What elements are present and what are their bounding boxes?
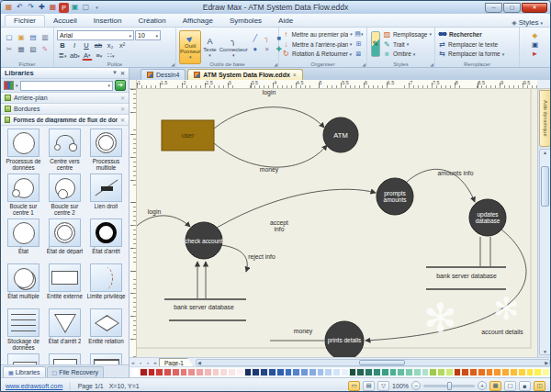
library-shape[interactable]: État de départ	[44, 218, 85, 263]
replace-text-button[interactable]: ⇄ Remplacer le texte	[438, 39, 516, 50]
pdf-export-icon[interactable]: P	[59, 3, 69, 13]
horizontal-scrollbar[interactable]: ◀ ▶	[196, 359, 550, 366]
quick-style-icon[interactable]: ✎	[371, 31, 380, 57]
zoom-out-button[interactable]: −	[411, 381, 421, 390]
color-swatch[interactable]	[526, 368, 534, 376]
dialog-launcher-icon[interactable]: ◢	[274, 62, 277, 67]
color-swatch[interactable]	[260, 368, 268, 376]
zoom-area-button[interactable]: ▢	[504, 381, 516, 391]
subscript-button[interactable]: x₂	[105, 40, 116, 50]
section-bordures[interactable]: Bordures ✕	[1, 104, 129, 115]
grid-icon[interactable]: ▦	[48, 3, 58, 13]
color-swatch[interactable]	[413, 368, 422, 376]
color-swatch[interactable]	[469, 368, 478, 376]
scroll-down-icon[interactable]: ▼	[543, 349, 547, 354]
color-swatch[interactable]	[219, 368, 228, 376]
color-swatch[interactable]	[187, 368, 196, 376]
connector-tool-button[interactable]: ╮ Connecteur▾	[219, 30, 249, 64]
library-search-select[interactable]: ▾	[20, 81, 113, 91]
color-swatch[interactable]	[131, 368, 140, 376]
zoom-slider-thumb[interactable]	[447, 382, 452, 390]
chevron-down-icon[interactable]: ▾	[16, 83, 18, 88]
line-style-button[interactable]: ✎ Trait▾	[383, 39, 432, 50]
highlight-icon[interactable]: ab▾	[69, 50, 81, 61]
ribbon-tab[interactable]: Fichier	[5, 15, 45, 27]
ribbon-tab[interactable]: Affichage	[174, 15, 221, 27]
ribbon-tab[interactable]: Symboles	[221, 15, 270, 27]
dialog-launcher-icon[interactable]: ◢	[171, 62, 174, 67]
library-go-button[interactable]: ➔	[115, 80, 126, 91]
scroll-right-icon[interactable]: ▶	[545, 360, 548, 365]
color-swatch[interactable]	[445, 368, 454, 376]
qat-dropdown-icon[interactable]: ▾	[92, 3, 102, 13]
color-swatch[interactable]	[429, 368, 437, 376]
section-formes-flux[interactable]: Formes de diagramme de flux de données ✕	[1, 115, 129, 126]
edrawsoft-link[interactable]: www.edrawsoft.com	[6, 383, 62, 389]
color-swatch[interactable]	[534, 368, 542, 376]
section-close-icon[interactable]: ✕	[120, 117, 125, 123]
ribbon-tab[interactable]: Aide	[270, 15, 301, 27]
library-shape[interactable]: État d'arrêt	[85, 218, 127, 263]
color-swatch[interactable]	[244, 368, 253, 376]
color-swatch[interactable]	[300, 368, 309, 376]
library-shape[interactable]	[85, 353, 127, 364]
color-swatch[interactable]	[486, 368, 494, 376]
library-shape[interactable]	[3, 353, 44, 364]
save-icon[interactable]: ▤	[28, 32, 39, 42]
tab-libraries[interactable]: ▦ Libraries	[3, 366, 46, 377]
italic-button[interactable]: I	[69, 40, 80, 50]
color-swatch[interactable]	[172, 368, 180, 376]
color-swatch[interactable]	[454, 368, 462, 376]
color-swatch[interactable]	[493, 368, 501, 376]
library-shape[interactable]: État d'arrêt 2	[44, 308, 85, 353]
tab-file-recovery[interactable]: ▢ File Recovery	[47, 366, 104, 377]
dialog-launcher-icon[interactable]: ◢	[362, 62, 365, 67]
bullets-icon[interactable]: ∷▾	[106, 50, 117, 61]
bold-button[interactable]: B	[57, 40, 68, 50]
paste-icon[interactable]: ▧	[28, 44, 39, 54]
vertical-scrollbar[interactable]: ▲ ▼	[539, 149, 551, 355]
section-close-icon[interactable]: ✕	[120, 106, 125, 112]
filter-view-button[interactable]: ▽	[377, 381, 389, 391]
library-color-icon[interactable]	[4, 81, 14, 90]
color-swatch[interactable]	[341, 368, 349, 376]
library-shape[interactable]: Centre vers centre	[44, 129, 85, 174]
next-page-button[interactable]: ›	[144, 360, 152, 365]
line-shape-icon[interactable]: ╱	[250, 33, 261, 43]
section-arriere-plan[interactable]: Arrière-plan ✕	[1, 93, 129, 104]
fullscreen-button[interactable]: ◫	[534, 381, 545, 391]
group-icon[interactable]: ▤▾	[354, 29, 364, 39]
library-shape[interactable]: Processus de données	[3, 129, 44, 174]
color-swatch[interactable]	[356, 368, 365, 376]
color-swatch[interactable]	[365, 368, 373, 376]
color-swatch[interactable]	[405, 368, 413, 376]
page-tab[interactable]: Page-1	[159, 358, 194, 366]
color-swatch[interactable]	[236, 368, 244, 376]
mail-icon[interactable]: ▣	[70, 3, 80, 13]
color-swatch[interactable]	[276, 368, 285, 376]
color-swatch[interactable]	[381, 368, 389, 376]
shadow-button[interactable]: ■ Ombre▾	[383, 49, 432, 59]
search-button[interactable]: Rechercher	[438, 29, 516, 39]
rotate-flip-button[interactable]: ↻ Rotation & Retourner▾ ⊠	[282, 49, 364, 59]
line-spacing-icon[interactable]: ≣▾	[57, 50, 68, 61]
prev-page-button[interactable]: ‹	[137, 360, 144, 365]
text-tool-button[interactable]: A Texte▾	[202, 30, 217, 64]
replace-shape-button[interactable]: ⇆ Remplacer la forme▾	[438, 49, 516, 59]
color-swatch[interactable]	[309, 368, 317, 376]
flag-icon[interactable]: ►	[523, 50, 547, 59]
send-to-back-button[interactable]: ↓ Mettre à l'arrière-plan▾ ⊞	[282, 39, 364, 50]
color-swatch[interactable]	[140, 368, 148, 376]
undo-icon[interactable]: ↶	[15, 3, 25, 13]
align-shapes-icon[interactable]: ⊞	[354, 39, 364, 49]
color-swatch[interactable]	[252, 368, 260, 376]
open-file-icon[interactable]: ▣	[16, 32, 27, 42]
library-shape[interactable]: Entité externe	[44, 263, 85, 308]
scroll-left-icon[interactable]: ◀	[197, 360, 201, 365]
color-swatch[interactable]	[510, 368, 518, 376]
last-page-button[interactable]: »	[152, 360, 159, 365]
color-swatch[interactable]	[292, 368, 300, 376]
horizontal-scroll-thumb[interactable]	[359, 360, 405, 365]
panel-close-icon[interactable]: ✕	[120, 70, 125, 76]
section-close-icon[interactable]: ✕	[120, 95, 125, 101]
